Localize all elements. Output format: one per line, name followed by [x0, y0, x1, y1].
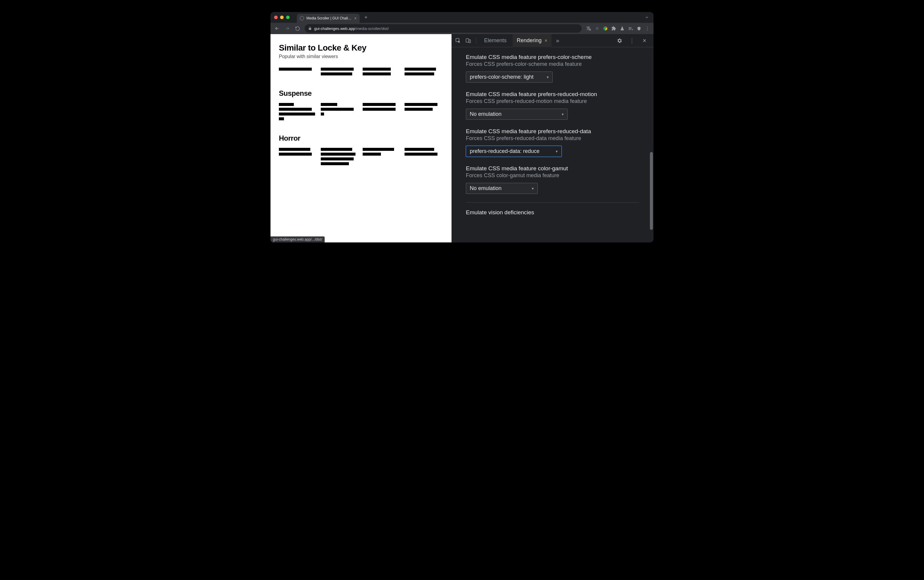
extensions-puzzle-icon[interactable]: [611, 26, 617, 31]
section-title: Similar to Locke & Key: [279, 43, 443, 53]
select-prefers-color-scheme[interactable]: prefers-color-scheme: light ▼: [466, 71, 552, 82]
media-card[interactable]: [321, 103, 353, 122]
media-scroller[interactable]: [279, 148, 443, 167]
setting-description: Forces CSS color-gamut media feature: [466, 172, 639, 179]
minimize-window-button[interactable]: [280, 16, 284, 19]
section-title: Horror: [279, 134, 443, 142]
media-card[interactable]: [404, 68, 437, 77]
media-card[interactable]: [363, 148, 396, 167]
extension-playlist-icon[interactable]: [628, 26, 633, 31]
translate-icon[interactable]: [586, 26, 591, 31]
select-prefers-reduced-data[interactable]: prefers-reduced-data: reduce ▼: [466, 146, 562, 157]
setting-description: Forces CSS prefers-color-scheme media fe…: [466, 61, 639, 68]
chevron-down-icon: ▼: [561, 112, 564, 116]
media-scroller[interactable]: [279, 103, 443, 122]
device-toggle-icon[interactable]: [464, 36, 472, 45]
titlebar: Media Scroller | GUI Challenges × +: [271, 12, 653, 23]
media-card[interactable]: [363, 68, 396, 77]
scrollbar-thumb[interactable]: [650, 152, 653, 230]
chevron-down-icon: ▼: [546, 76, 549, 79]
media-card[interactable]: [321, 148, 353, 167]
bookmark-star-icon[interactable]: ☆: [594, 26, 600, 31]
setting-description: Forces CSS prefers-reduced-data media fe…: [466, 135, 639, 142]
chevron-down-icon: ▼: [531, 187, 534, 190]
media-card[interactable]: [363, 103, 396, 122]
content-area: Similar to Locke & Key Popular with simi…: [271, 34, 653, 242]
setting-title: Emulate CSS media feature prefers-color-…: [466, 54, 639, 61]
extension-color-icon[interactable]: [603, 26, 608, 31]
divider: [466, 202, 639, 203]
setting-title: Emulate CSS media feature prefers-reduce…: [466, 91, 639, 97]
section-subtitle: Popular with similar viewers: [279, 54, 443, 59]
media-card[interactable]: [279, 103, 312, 122]
chevron-down-icon: ▼: [555, 150, 558, 153]
media-scroller[interactable]: [279, 68, 443, 77]
media-card[interactable]: [404, 103, 437, 122]
new-tab-button[interactable]: +: [362, 13, 370, 21]
status-bar: gui-challenges.web.app/.../dist/: [271, 236, 325, 242]
lock-icon: [308, 26, 312, 30]
tab-elements[interactable]: Elements: [480, 34, 511, 47]
media-card[interactable]: [279, 148, 312, 167]
tab-title: Media Scroller | GUI Challenges: [306, 16, 352, 20]
url-text: gui-challenges.web.app/media-scroller/di…: [314, 26, 389, 31]
devtools-tabbar: Elements Rendering × » ⋮ ×: [452, 34, 653, 47]
maximize-window-button[interactable]: [286, 16, 289, 19]
close-window-button[interactable]: [274, 16, 278, 19]
browser-tab[interactable]: Media Scroller | GUI Challenges ×: [297, 14, 360, 23]
globe-icon: [300, 16, 304, 20]
setting-title: Emulate CSS media feature prefers-reduce…: [466, 128, 639, 135]
inspect-element-icon[interactable]: [454, 36, 462, 45]
tabs-dropdown-button[interactable]: [644, 14, 650, 20]
browser-window: Media Scroller | GUI Challenges × + gui-…: [271, 12, 653, 242]
media-card[interactable]: [321, 68, 353, 77]
toolbar: gui-challenges.web.app/media-scroller/di…: [271, 23, 653, 34]
media-card[interactable]: [404, 148, 437, 167]
more-options-kebab-icon[interactable]: ⋮: [628, 36, 636, 45]
setting-vision-deficiencies: Emulate vision deficiencies: [466, 209, 639, 216]
select-color-gamut[interactable]: No emulation ▼: [466, 183, 538, 194]
rendered-page: Similar to Locke & Key Popular with simi…: [271, 34, 452, 242]
extension-shield-icon[interactable]: [636, 26, 641, 31]
media-card[interactable]: [279, 68, 312, 77]
settings-gear-icon[interactable]: [615, 36, 623, 45]
tab-rendering[interactable]: Rendering ×: [513, 34, 551, 47]
rendering-panel: Emulate CSS media feature prefers-color-…: [452, 47, 653, 242]
devtools-panel: Elements Rendering × » ⋮ ×: [452, 34, 653, 242]
window-controls: [274, 16, 289, 19]
extension-flask-icon[interactable]: [620, 26, 625, 31]
close-devtools-icon[interactable]: ×: [640, 36, 649, 45]
svg-rect-2: [466, 39, 469, 42]
setting-prefers-reduced-motion: Emulate CSS media feature prefers-reduce…: [466, 91, 639, 120]
setting-prefers-color-scheme: Emulate CSS media feature prefers-color-…: [466, 54, 639, 82]
select-prefers-reduced-motion[interactable]: No emulation ▼: [466, 109, 567, 120]
section-title: Suspense: [279, 89, 443, 97]
forward-button[interactable]: [283, 24, 291, 33]
more-tabs-icon[interactable]: »: [553, 36, 562, 45]
setting-color-gamut: Emulate CSS media feature color-gamut Fo…: [466, 165, 639, 194]
reload-button[interactable]: [293, 24, 302, 33]
setting-prefers-reduced-data: Emulate CSS media feature prefers-reduce…: [466, 128, 639, 157]
svg-rect-3: [469, 40, 471, 43]
setting-title: Emulate CSS media feature color-gamut: [466, 165, 639, 172]
address-bar[interactable]: gui-challenges.web.app/media-scroller/di…: [304, 24, 582, 33]
setting-title: Emulate vision deficiencies: [466, 209, 639, 216]
menu-kebab-icon[interactable]: ⋮: [644, 26, 650, 31]
close-tab-icon[interactable]: ×: [544, 38, 547, 43]
toolbar-icons: ☆ ⋮: [585, 26, 651, 31]
setting-description: Forces CSS prefers-reduced-motion media …: [466, 98, 639, 104]
back-button[interactable]: [273, 24, 281, 33]
close-tab-button[interactable]: ×: [354, 16, 357, 20]
